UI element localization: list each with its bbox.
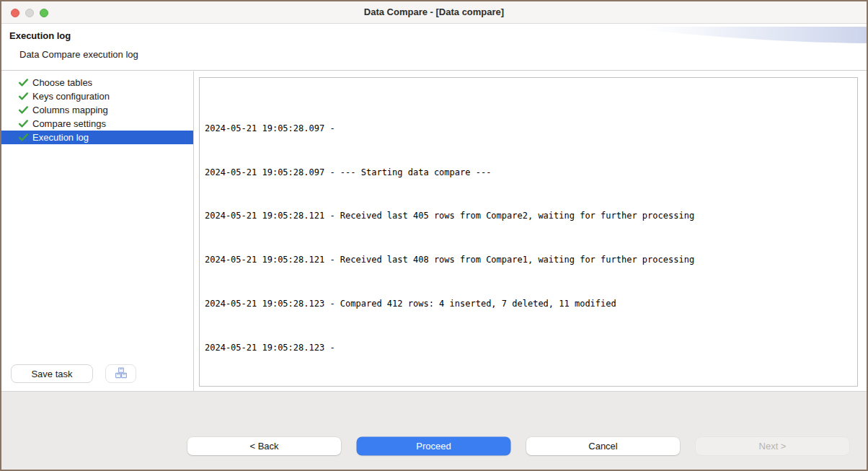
cancel-button[interactable]: Cancel [526, 437, 680, 455]
next-button: Next > [696, 437, 849, 455]
sidebar-item-columns-mapping[interactable]: Columns mapping [1, 103, 193, 117]
step-label: Choose tables [32, 77, 92, 88]
back-button[interactable]: < Back [187, 437, 341, 455]
close-window-button[interactable] [11, 9, 19, 17]
wizard-footer: < Back Proceed Cancel Next > [1, 391, 867, 470]
proceed-button[interactable]: Proceed [357, 437, 510, 455]
titlebar: Data Compare - [Data compare] [1, 1, 867, 24]
data-compare-dialog: Data Compare - [Data compare] Execution … [0, 0, 868, 471]
save-task-button[interactable]: Save task [11, 364, 93, 383]
log-panel: 2024-05-21 19:05:28.097 - 2024-05-21 19:… [194, 71, 867, 391]
log-line: 2024-05-21 19:05:28.121 - Received last … [205, 255, 852, 265]
zoom-window-button[interactable] [40, 9, 48, 17]
step-label: Compare settings [32, 118, 106, 129]
check-icon [19, 106, 29, 114]
step-subtitle: Data Compare execution log [19, 49, 138, 60]
check-icon [19, 120, 29, 128]
task-list-button[interactable] [105, 364, 136, 383]
step-label: Execution log [32, 132, 89, 143]
sidebar-item-compare-settings[interactable]: Compare settings [1, 117, 193, 131]
step-title: Execution log [9, 30, 71, 41]
wizard-header: Execution log Data Compare execution log [1, 25, 867, 71]
log-line: 2024-05-21 19:05:28.097 - --- Starting d… [205, 167, 852, 178]
log-line: 2024-05-21 19:05:28.121 - Received last … [205, 211, 852, 221]
sidebar-item-execution-log[interactable]: Execution log [1, 131, 193, 144]
step-label: Keys configuration [32, 91, 110, 102]
footer-buttons: < Back Proceed Cancel Next > [187, 437, 849, 455]
sidebar-item-keys-configuration[interactable]: Keys configuration [1, 89, 193, 103]
execution-log-output[interactable]: 2024-05-21 19:05:28.097 - 2024-05-21 19:… [199, 77, 858, 387]
check-icon [19, 92, 29, 100]
tasks-boxes-icon [115, 367, 128, 381]
window-title: Data Compare - [Data compare] [1, 1, 867, 23]
check-icon [19, 133, 29, 141]
traffic-lights [11, 9, 48, 17]
step-label: Columns mapping [32, 105, 108, 115]
sidebar-item-choose-tables[interactable]: Choose tables [1, 76, 193, 89]
log-line: 2024-05-21 19:05:28.097 - [205, 123, 852, 134]
minimize-window-button[interactable] [25, 9, 34, 17]
wizard-body: Choose tables Keys configuration [1, 71, 867, 391]
steps-sidebar: Choose tables Keys configuration [1, 71, 194, 391]
steps-list: Choose tables Keys configuration [1, 71, 193, 144]
log-line: 2024-05-21 19:05:28.123 - [205, 343, 852, 353]
task-actions: Save task [11, 364, 136, 383]
check-icon [19, 79, 29, 87]
banner-swoosh-graphic [643, 27, 867, 48]
log-line: 2024-05-21 19:05:28.123 - Compared 412 r… [205, 299, 852, 309]
